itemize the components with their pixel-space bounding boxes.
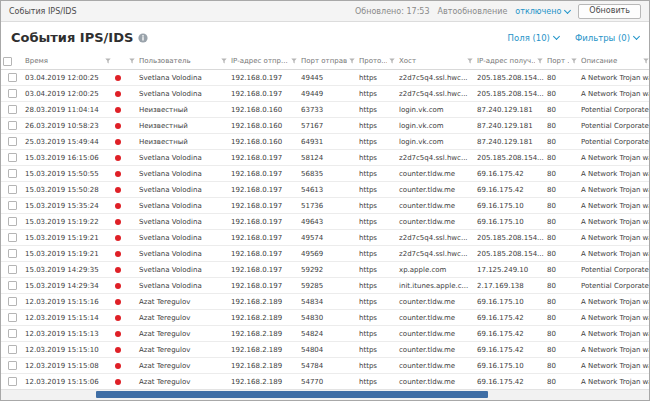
severity-dot: [115, 107, 121, 113]
table-row[interactable]: 12.03.2019 15:15:16 Azat Teregulov 192.1…: [1, 294, 649, 310]
table-row[interactable]: 15.03.2019 14:29:35 Svetlana Volodina 19…: [1, 262, 649, 278]
table-row[interactable]: 12.03.2019 15:15:08 Azat Teregulov 192.1…: [1, 358, 649, 374]
table-row[interactable]: 03.04.2019 12:00:25 Svetlana Volodina 19…: [1, 70, 649, 86]
filter-icon[interactable]: [129, 58, 135, 64]
row-checkbox[interactable]: [8, 169, 17, 178]
table-row[interactable]: 12.03.2019 15:15:14 Azat Teregulov 192.1…: [1, 310, 649, 326]
row-checkbox[interactable]: [8, 153, 17, 162]
cell-host: counter.tldw.me: [397, 166, 475, 182]
row-checkbox[interactable]: [8, 185, 17, 194]
filter-icon[interactable]: [389, 58, 395, 64]
filter-icon[interactable]: [105, 58, 111, 64]
filter-icon[interactable]: [221, 58, 227, 64]
fields-link-label: Поля (10): [508, 33, 550, 43]
cell-src-ip: 192.168.0.197: [229, 150, 299, 166]
info-icon[interactable]: [138, 33, 148, 43]
cell-severity: [113, 262, 137, 278]
table-row[interactable]: 15.03.2019 15:19:21 Svetlana Volodina 19…: [1, 246, 649, 262]
filter-icon[interactable]: [349, 58, 355, 64]
table-row[interactable]: 25.03.2019 15:49:44 Неизвестный 192.168.…: [1, 134, 649, 150]
cell-src-port: 56835: [299, 166, 357, 182]
cell-severity: [113, 246, 137, 262]
row-checkbox[interactable]: [8, 265, 17, 274]
table-row[interactable]: 15.03.2019 15:19:21 Svetlana Volodina 19…: [1, 230, 649, 246]
cell-time: 15.03.2019 15:19:22: [23, 214, 113, 230]
table-row[interactable]: 15.03.2019 15:35:24 Svetlana Volodina 19…: [1, 198, 649, 214]
filter-icon[interactable]: [467, 58, 473, 64]
col-time[interactable]: Время: [23, 53, 113, 70]
table-row[interactable]: 15.03.2019 15:50:55 Svetlana Volodina 19…: [1, 166, 649, 182]
row-select-cell: [1, 86, 23, 102]
row-checkbox[interactable]: [8, 297, 17, 306]
scrollbar-thumb[interactable]: [96, 391, 488, 398]
cell-description: A Network Trojan was Detected: ET ...: [579, 198, 649, 214]
row-select-cell: [1, 374, 23, 390]
cell-dst-port: 80: [545, 358, 579, 374]
row-checkbox[interactable]: [8, 217, 17, 226]
row-checkbox[interactable]: [8, 377, 17, 386]
table-row[interactable]: 12.03.2019 15:15:13 Azat Teregulov 192.1…: [1, 326, 649, 342]
autorefresh-toggle[interactable]: отключено: [515, 7, 570, 16]
cell-dst-port: 80: [545, 70, 579, 86]
row-checkbox[interactable]: [8, 73, 17, 82]
refresh-button[interactable]: Обновить: [578, 4, 641, 19]
cell-dst-port: 80: [545, 278, 579, 294]
cell-severity: [113, 166, 137, 182]
cell-src-port: 59285: [299, 278, 357, 294]
col-severity[interactable]: [113, 53, 137, 70]
filter-icon[interactable]: [571, 58, 577, 64]
col-dst-ip[interactable]: IP-адрес получ...: [475, 53, 545, 70]
row-checkbox[interactable]: [8, 361, 17, 370]
row-select-cell: [1, 278, 23, 294]
table-row[interactable]: 15.03.2019 15:19:22 Svetlana Volodina 19…: [1, 214, 649, 230]
col-dst-port[interactable]: Порт ...: [545, 53, 579, 70]
filter-icon[interactable]: [291, 58, 297, 64]
row-checkbox[interactable]: [8, 121, 17, 130]
table-row[interactable]: 15.03.2019 14:29:34 Svetlana Volodina 19…: [1, 278, 649, 294]
col-description[interactable]: Описание: [579, 53, 649, 70]
col-src-port[interactable]: Порт отправит...: [299, 53, 357, 70]
cell-severity: [113, 342, 137, 358]
row-checkbox[interactable]: [8, 345, 17, 354]
cell-user: Azat Teregulov: [137, 358, 229, 374]
cell-user: Azat Teregulov: [137, 294, 229, 310]
row-checkbox[interactable]: [8, 233, 17, 242]
cell-protocol: https: [357, 278, 397, 294]
table-row[interactable]: 03.04.2019 12:00:25 Svetlana Volodina 19…: [1, 86, 649, 102]
cell-protocol: https: [357, 134, 397, 150]
row-checkbox[interactable]: [8, 281, 17, 290]
table-row[interactable]: 12.03.2019 15:15:06 Azat Teregulov 192.1…: [1, 374, 649, 390]
row-checkbox[interactable]: [8, 89, 17, 98]
row-checkbox[interactable]: [8, 201, 17, 210]
row-checkbox[interactable]: [8, 105, 17, 114]
filter-icon[interactable]: [643, 58, 649, 64]
row-checkbox[interactable]: [8, 137, 17, 146]
filter-icon[interactable]: [537, 58, 543, 64]
cell-time: 12.03.2019 15:15:10: [23, 342, 113, 358]
select-all-checkbox[interactable]: [3, 57, 12, 66]
col-host[interactable]: Хост: [397, 53, 475, 70]
col-protocol[interactable]: Прото...: [357, 53, 397, 70]
col-user[interactable]: Пользователь: [137, 53, 229, 70]
table-row[interactable]: 28.03.2019 11:04:14 Неизвестный 192.168.…: [1, 102, 649, 118]
table-row[interactable]: 12.03.2019 15:15:10 Azat Teregulov 192.1…: [1, 342, 649, 358]
horizontal-scrollbar[interactable]: [1, 389, 649, 400]
row-select-cell: [1, 294, 23, 310]
severity-dot: [115, 123, 121, 129]
filters-dropdown[interactable]: Фильтры (0): [575, 33, 639, 43]
severity-dot: [115, 251, 121, 257]
cell-protocol: https: [357, 326, 397, 342]
col-src-ip[interactable]: IP-адрес отпр...: [229, 53, 299, 70]
row-checkbox[interactable]: [8, 329, 17, 338]
cell-host: z2d7c5q4.ssl.hwc...: [397, 150, 475, 166]
table-row[interactable]: 15.03.2019 16:15:06 Svetlana Volodina 19…: [1, 150, 649, 166]
table-row[interactable]: 26.03.2019 10:58:23 Неизвестный 192.168.…: [1, 118, 649, 134]
cell-dst-port: 80: [545, 166, 579, 182]
row-checkbox[interactable]: [8, 313, 17, 322]
fields-dropdown[interactable]: Поля (10): [508, 33, 559, 43]
row-checkbox[interactable]: [8, 249, 17, 258]
cell-src-ip: 192.168.0.160: [229, 118, 299, 134]
table-row[interactable]: 15.03.2019 15:50:28 Svetlana Volodina 19…: [1, 182, 649, 198]
cell-time: 12.03.2019 15:15:13: [23, 326, 113, 342]
cell-protocol: https: [357, 374, 397, 390]
